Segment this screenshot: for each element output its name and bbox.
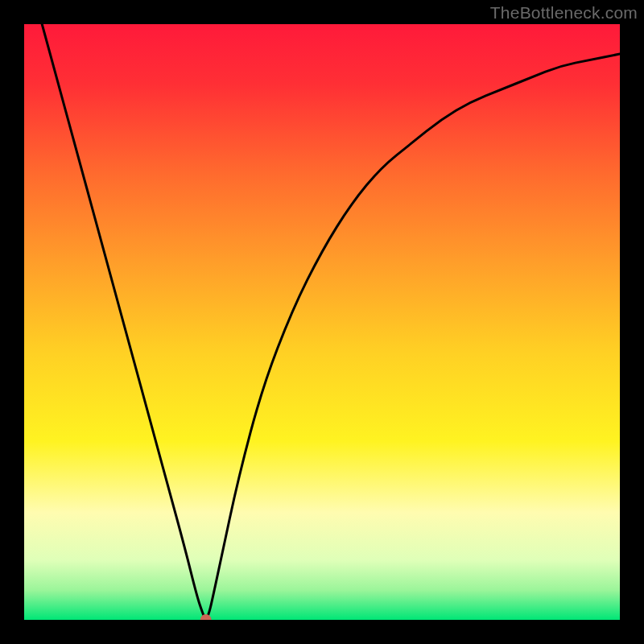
curve-layer — [24, 24, 620, 620]
attribution-label: TheBottleneck.com — [490, 3, 638, 23]
plot-area — [24, 24, 620, 620]
optimum-marker — [200, 614, 212, 620]
bottleneck-curve — [42, 24, 620, 618]
chart-frame: TheBottleneck.com — [0, 0, 644, 644]
